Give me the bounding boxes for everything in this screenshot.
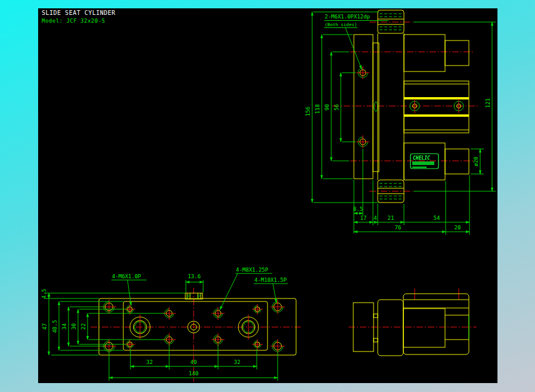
thread-callout-text: 2-M6X1.0PX12dp (325, 14, 370, 20)
dim-4-5: 4.5 (41, 289, 47, 298)
dim-90: 90 (324, 104, 330, 111)
logo-fineprint-bar2 (412, 167, 427, 169)
dim-118: 118 (315, 104, 321, 114)
thread-callout-subtext: (Both sides) (325, 22, 357, 27)
callout-m6: 4-M6X1.0P (112, 273, 141, 279)
dim-40: 40 (191, 359, 197, 365)
dim-21: 21 (388, 215, 394, 221)
logo-fineprint-bar (412, 161, 434, 165)
logo-text: CHELIC (413, 155, 430, 161)
dim-dia20: ø20 (473, 157, 479, 166)
dim-140: 140 (189, 371, 198, 377)
dim-13-6: 13.6 (188, 273, 201, 279)
dim-30: 30 (71, 323, 77, 330)
dim-56: 56 (334, 104, 340, 111)
dim-4: 4 (374, 215, 377, 221)
dim-76: 76 (395, 225, 402, 231)
desktop-background: SLIDE SEAT CYLINDER Model: JCF 32x20-S (0, 0, 535, 392)
dim-34: 34 (61, 323, 67, 330)
drawing-title: SLIDE SEAT CYLINDER (42, 10, 116, 16)
dim-54: 54 (434, 215, 440, 221)
callout-m10: 4-M10X1.5P (254, 277, 287, 283)
drawing-model: Model: JCF 32x20-S (42, 18, 105, 24)
dim-8-5: 8.5 (353, 206, 363, 212)
dim-32a: 32 (147, 359, 153, 365)
dim-17: 17 (360, 215, 367, 221)
dim-40-5: 40.5 (52, 320, 58, 333)
dim-22: 22 (80, 323, 86, 330)
dim-47: 47 (42, 323, 48, 330)
callout-m8: 4-M8X1.25P (236, 267, 269, 273)
dim-32b: 32 (234, 359, 241, 365)
dim-156: 156 (305, 107, 311, 116)
dim-20: 20 (455, 225, 461, 231)
dim-121: 121 (485, 98, 491, 108)
